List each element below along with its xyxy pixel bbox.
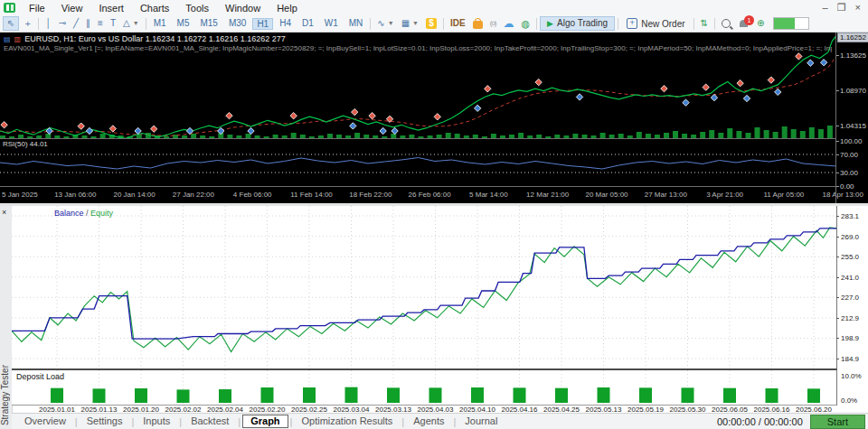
balance-equity-plot[interactable]: Balance / Equity	[12, 206, 837, 368]
timeframe-m1-button[interactable]: M1	[149, 18, 171, 30]
text-tool-button[interactable]: T	[107, 16, 119, 31]
market-watch-button[interactable]: $	[422, 18, 440, 29]
deposit-load-plot[interactable]: Deposit Load	[12, 368, 837, 406]
timeframe-buttons: M1M5M15M30H1H4D1W1MN	[149, 18, 368, 30]
tab-agents[interactable]: Agents	[406, 415, 451, 428]
channel-tool-button[interactable]: ∥	[82, 16, 94, 31]
rsi-axis-label: 100.00	[840, 137, 862, 145]
search-button[interactable]	[718, 19, 734, 28]
algo-trading-button[interactable]: ▶ Algo Trading	[540, 16, 615, 31]
crosshair-tool-button[interactable]: ＋	[19, 16, 35, 31]
time-axis-label: 20 Jan 14:00	[113, 191, 155, 199]
tester-y-axis-label: 184.9	[841, 355, 859, 363]
ide-button[interactable]: IDE	[447, 16, 469, 31]
deposit-load-bar	[135, 388, 147, 403]
deposit-axis-top-label: 10.0%	[841, 372, 862, 380]
axis-tick	[836, 297, 839, 298]
cursor-tool-button[interactable]: ⇖	[3, 16, 19, 31]
menu-item-window[interactable]: Window	[217, 2, 269, 14]
timeframe-mn-button[interactable]: MN	[344, 18, 368, 30]
deposit-load-bar	[51, 388, 63, 403]
strategy-tester-panel: × Strategy Tester Balance / Equity Depos…	[0, 203, 868, 429]
time-axis-label: 27 Jan 22:00	[173, 191, 214, 199]
menu-item-file[interactable]: File	[21, 2, 53, 14]
new-order-label: New Order	[641, 19, 684, 29]
menu-item-charts[interactable]: Charts	[132, 2, 177, 14]
tab-optimization-results[interactable]: Optimization Results	[294, 415, 400, 428]
close-button[interactable]: ×	[855, 2, 861, 14]
cloud-button[interactable]: ☁	[500, 16, 518, 31]
tab-settings[interactable]: Settings	[80, 415, 130, 428]
tab-separator: |	[238, 416, 241, 427]
time-axis-label: 20 Mar 05:00	[585, 191, 627, 199]
tab-separator: |	[179, 416, 182, 427]
tab-separator: |	[453, 416, 456, 427]
timeframe-m30-button[interactable]: M30	[224, 18, 250, 30]
buy-trade-marker	[248, 127, 254, 134]
toolbar-separator	[536, 18, 537, 30]
notifications-button[interactable]: 1	[740, 19, 748, 29]
deposit-load-bar	[682, 387, 694, 403]
tester-status-area: 00:00:00 / 00:00:00 Start	[717, 415, 868, 429]
tab-journal[interactable]: Journal	[458, 415, 505, 428]
deposit-load-bar	[471, 387, 484, 403]
horizontal-line-tool-button[interactable]: ⊸	[55, 16, 70, 31]
deposit-load-bar	[345, 387, 358, 403]
tab-graph[interactable]: Graph	[242, 415, 288, 428]
price-axis-label: 1.08970	[840, 87, 866, 95]
market-button[interactable]	[469, 18, 486, 29]
rsi-chart	[0, 139, 836, 186]
notification-badge: 1	[744, 15, 754, 25]
deposit-load-bar	[429, 387, 442, 403]
new-order-button[interactable]: + New Order	[621, 18, 690, 29]
timeframe-h4-button[interactable]: H4	[275, 18, 296, 30]
chart-template-button[interactable]: ▦▼	[398, 16, 422, 31]
trade-levels-button[interactable]: ⇅	[697, 16, 712, 31]
menu-item-help[interactable]: Help	[269, 2, 306, 14]
buy-trade-marker	[807, 60, 814, 66]
fibonacci-tool-button[interactable]: ≡	[94, 16, 107, 31]
deposit-load-bar	[555, 388, 568, 403]
deposit-load-bar	[177, 389, 190, 403]
vertical-line-tool-button[interactable]: │	[42, 16, 54, 31]
tab-backtest[interactable]: Backtest	[184, 415, 236, 428]
deposit-load-bar	[261, 387, 274, 403]
buy-trade-marker	[820, 60, 826, 66]
tabs-list: Overview|Settings|Inputs|Backtest|Graph|…	[17, 415, 505, 428]
add-account-button[interactable]: ⊕	[753, 16, 768, 31]
trendline-tool-button[interactable]: ╱	[70, 16, 82, 31]
buy-trade-marker	[576, 94, 582, 100]
menu-item-insert[interactable]: Insert	[90, 2, 132, 14]
timeframe-w1-button[interactable]: W1	[320, 18, 343, 30]
legend-balance: Balance	[54, 209, 84, 218]
start-button[interactable]: Start	[810, 415, 865, 429]
tester-close-button[interactable]: ×	[2, 208, 6, 217]
vps-button[interactable]: ◍	[518, 16, 534, 31]
timeframe-m5-button[interactable]: M5	[173, 18, 194, 30]
legend-equity: Equity	[90, 209, 113, 218]
price-pane[interactable]: ▤ ▥ EURUSD, H1: Euro vs US Dollar 1.1623…	[0, 33, 836, 138]
rsi-axis-label: 70.00	[840, 151, 858, 159]
timeframe-m15-button[interactable]: M15	[195, 18, 222, 30]
menu-item-tools[interactable]: Tools	[177, 2, 217, 14]
timeframe-d1-button[interactable]: D1	[297, 18, 318, 30]
rsi-indicator-label: RSI(50) 44.01	[3, 140, 48, 148]
tab-overview[interactable]: Overview	[17, 415, 73, 428]
rsi-pane[interactable]: RSI(50) 44.01	[0, 139, 836, 186]
signals-button[interactable]: (o)	[486, 16, 500, 31]
shopping-bag-icon	[473, 21, 483, 29]
axis-tick	[836, 338, 839, 339]
restore-button[interactable]: ❐	[837, 2, 846, 14]
menu-item-view[interactable]: View	[53, 2, 91, 14]
legend-separator: /	[84, 209, 91, 218]
shapes-tool-button[interactable]: △▼	[119, 16, 143, 31]
current-price-tag: 1.16252	[837, 33, 868, 42]
deposit-load-label: Deposit Load	[16, 372, 64, 381]
minimize-button[interactable]: –	[823, 2, 828, 14]
tab-inputs[interactable]: Inputs	[136, 415, 177, 428]
plus-icon: +	[627, 18, 637, 29]
timeframe-h1-button[interactable]: H1	[252, 18, 273, 30]
indicators-button[interactable]: ∿▼	[373, 16, 397, 31]
tester-y-axis-label: 227.0	[841, 294, 859, 302]
chart-mini-icon: ▥	[14, 35, 22, 43]
